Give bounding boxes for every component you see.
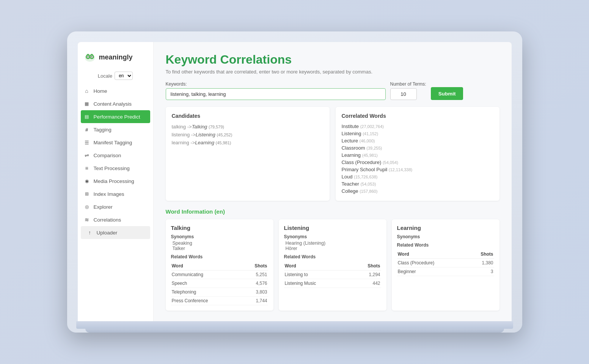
related-words-table: Word Shots Listening to 1,294 bbox=[284, 262, 381, 288]
related-words-table: Word Shots Communicating 5,251 bbox=[171, 262, 268, 305]
correlated-item: Teacher (54,053) bbox=[342, 180, 493, 187]
related-words-label: Related Words bbox=[171, 254, 268, 259]
images-icon bbox=[84, 191, 90, 197]
word-info-title: Word Information (en) bbox=[166, 208, 499, 215]
word-cell: Telephoning bbox=[171, 288, 242, 297]
sidebar-item-uploader[interactable]: Uploader bbox=[81, 226, 150, 239]
owl-logo-icon bbox=[84, 51, 96, 63]
synonyms-label: Synonyms bbox=[284, 234, 381, 239]
locale-select[interactable]: en de fr bbox=[115, 72, 133, 80]
tag-icon bbox=[84, 127, 90, 133]
synonym-item: Hörer bbox=[284, 246, 381, 251]
word-cards: Talking Synonyms Speaking Talker Related… bbox=[166, 219, 499, 311]
table-row: Communicating 5,251 bbox=[171, 270, 268, 279]
word-info-section: Word Information (en) Talking Synonyms S… bbox=[166, 208, 499, 311]
table-row: Listening to 1,294 bbox=[284, 270, 381, 279]
submit-button[interactable]: Submit bbox=[431, 87, 463, 100]
correlated-item: College (157,860) bbox=[342, 187, 493, 195]
svg-point-5 bbox=[87, 56, 88, 58]
sidebar-item-label: Uploader bbox=[97, 230, 118, 236]
col-shots: Shots bbox=[242, 262, 268, 270]
sidebar-item-manifest-tagging[interactable]: Manifest Tagging bbox=[78, 136, 153, 149]
keywords-label: Keywords: bbox=[166, 81, 386, 87]
sidebar: meaningly Locale en de fr Home Content A… bbox=[78, 42, 154, 321]
sidebar-item-label: Media Processing bbox=[94, 178, 134, 184]
sidebar-item-label: Home bbox=[94, 88, 107, 94]
word-card-learning: Learning Synonyms Related Words Word Sho… bbox=[392, 219, 499, 311]
correlated-item: Learning (45,981) bbox=[342, 152, 493, 159]
col-word: Word bbox=[284, 262, 352, 270]
sidebar-item-label: Tagging bbox=[94, 127, 112, 133]
sidebar-item-correlations[interactable]: Correlations bbox=[78, 213, 153, 226]
sidebar-item-label: Comparison bbox=[94, 153, 121, 158]
correlated-item: Lecture (46,000) bbox=[342, 137, 493, 144]
sidebar-item-label: Manifest Tagging bbox=[94, 140, 132, 145]
terms-field-group: Number of Terms: bbox=[390, 81, 426, 100]
word-card-listening: Listening Synonyms Hearing (Listening) H… bbox=[279, 219, 386, 311]
sidebar-item-comparison[interactable]: Comparison bbox=[78, 149, 153, 162]
col-word: Word bbox=[397, 250, 468, 259]
sidebar-item-label: Index Images bbox=[94, 191, 124, 197]
synonym-item: Talker bbox=[171, 246, 268, 251]
laptop-base bbox=[76, 321, 513, 329]
compare-icon bbox=[84, 152, 90, 158]
logo-area: meaningly bbox=[78, 48, 153, 69]
text-icon bbox=[84, 165, 90, 171]
shots-cell: 1,380 bbox=[468, 259, 494, 267]
word-cell: Communicating bbox=[171, 270, 242, 279]
keywords-field-group: Keywords: bbox=[166, 81, 386, 100]
page-description: To find other keywords that are correlat… bbox=[166, 69, 499, 75]
laptop-foot bbox=[85, 329, 504, 333]
terms-input[interactable] bbox=[390, 88, 417, 100]
grid-icon bbox=[84, 114, 90, 120]
sidebar-item-label: Performance Predict bbox=[94, 114, 140, 120]
synonym-item: Speaking bbox=[171, 241, 268, 246]
candidates-title: Candidates bbox=[172, 113, 324, 119]
table-row: Listening Music 442 bbox=[284, 279, 381, 288]
word-card-talking: Talking Synonyms Speaking Talker Related… bbox=[166, 219, 273, 311]
word-card-title: Talking bbox=[171, 225, 268, 231]
correlated-item: Classroom (39,255) bbox=[342, 144, 493, 152]
word-card-title: Learning bbox=[397, 225, 494, 231]
candidate-item: talking ->Talking (79,579) bbox=[172, 123, 324, 131]
correlated-item: Primary School Pupil (12,114,338) bbox=[342, 166, 493, 173]
word-cell: Speech bbox=[171, 279, 242, 288]
sidebar-item-media-processing[interactable]: Media Processing bbox=[78, 175, 153, 187]
shots-cell: 3 bbox=[468, 267, 494, 276]
sidebar-item-content-analysis[interactable]: Content Analysis bbox=[78, 97, 153, 110]
shots-cell: 1,294 bbox=[352, 270, 381, 279]
home-icon bbox=[84, 88, 90, 94]
word-cell: Beginner bbox=[397, 267, 468, 276]
correlated-words-title: Correlated Words bbox=[342, 113, 493, 119]
keywords-input[interactable] bbox=[166, 88, 386, 100]
sidebar-item-label: Correlations bbox=[94, 217, 121, 223]
shots-cell: 4,576 bbox=[242, 279, 268, 288]
synonyms-label: Synonyms bbox=[397, 234, 494, 239]
correlated-item: Institute (27,002,764) bbox=[342, 123, 493, 130]
col-shots: Shots bbox=[352, 262, 381, 270]
main-content: Keyword Correlations To find other keywo… bbox=[154, 42, 512, 321]
correlated-item: Class (Procedure) (54,054) bbox=[342, 159, 493, 166]
col-shots: Shots bbox=[468, 250, 494, 259]
locale-area: Locale en de fr bbox=[78, 69, 153, 84]
table-row: Beginner 3 bbox=[397, 267, 494, 276]
sidebar-item-text-processing[interactable]: Text Processing bbox=[78, 162, 153, 175]
related-words-label: Related Words bbox=[397, 242, 494, 248]
correlations-icon bbox=[84, 217, 90, 223]
upload-icon bbox=[87, 230, 93, 236]
media-icon bbox=[84, 178, 90, 184]
chart-icon bbox=[84, 101, 90, 107]
word-card-title: Listening bbox=[284, 225, 381, 231]
word-cell: Press Conference bbox=[171, 297, 242, 305]
sidebar-item-home[interactable]: Home bbox=[78, 84, 153, 97]
sidebar-item-performance-predict[interactable]: Performance Predict bbox=[81, 110, 150, 123]
sidebar-item-explorer[interactable]: Explorer bbox=[78, 200, 153, 213]
table-row: Telephoning 3,803 bbox=[171, 288, 268, 297]
related-words-table: Word Shots Class (Procedure) 1,380 bbox=[397, 250, 494, 276]
sidebar-item-index-images[interactable]: Index Images bbox=[78, 187, 153, 200]
sidebar-item-tagging[interactable]: Tagging bbox=[78, 123, 153, 136]
table-row: Class (Procedure) 1,380 bbox=[397, 259, 494, 267]
correlated-words-card: Correlated Words Institute (27,002,764) … bbox=[336, 107, 499, 201]
logo-text: meaningly bbox=[99, 53, 133, 61]
table-row: Speech 4,576 bbox=[171, 279, 268, 288]
